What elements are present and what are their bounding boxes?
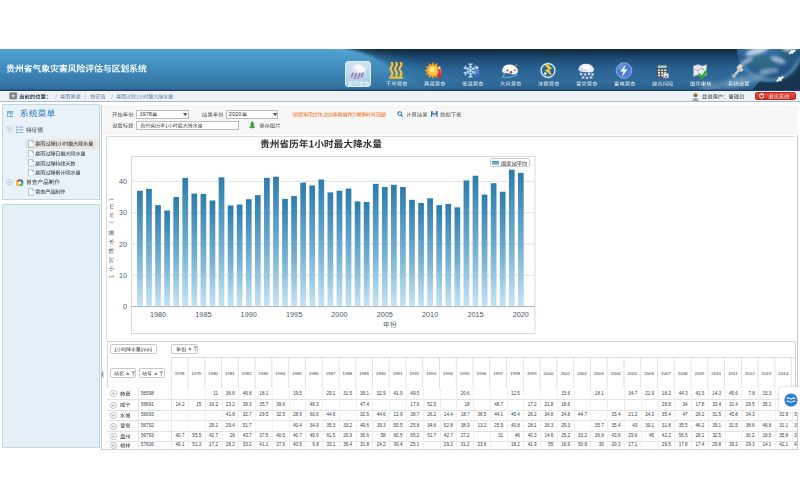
svg-text:1979: 1979 — [192, 371, 202, 376]
svg-text:2008: 2008 — [678, 371, 688, 376]
svg-text:2007: 2007 — [661, 371, 671, 376]
svg-text:1991: 1991 — [393, 371, 403, 376]
svg-text:2002: 2002 — [577, 371, 587, 376]
svg-text:2011: 2011 — [728, 371, 738, 376]
svg-text:2003: 2003 — [594, 371, 604, 376]
svg-text:2006: 2006 — [644, 371, 654, 376]
svg-text:2020: 2020 — [513, 310, 529, 319]
svg-text:1986: 1986 — [309, 371, 319, 376]
svg-text:2014: 2014 — [778, 371, 788, 376]
svg-text:1987: 1987 — [326, 371, 336, 376]
svg-text:1999: 1999 — [527, 371, 537, 376]
svg-text:2015: 2015 — [468, 310, 484, 319]
svg-text:1993: 1993 — [426, 371, 436, 376]
svg-text:2005: 2005 — [377, 310, 393, 319]
svg-text:1978: 1978 — [175, 371, 185, 376]
svg-text:2000: 2000 — [544, 371, 554, 376]
svg-text:2010: 2010 — [711, 371, 721, 376]
svg-text:2000: 2000 — [332, 310, 348, 319]
svg-text:1989: 1989 — [359, 371, 369, 376]
svg-text:1995: 1995 — [460, 371, 470, 376]
svg-text:1984: 1984 — [275, 371, 285, 376]
svg-text:1998: 1998 — [510, 371, 520, 376]
svg-text:1996: 1996 — [477, 371, 487, 376]
svg-text:1981: 1981 — [225, 371, 235, 376]
svg-text:1980: 1980 — [150, 310, 166, 319]
svg-text:1990: 1990 — [376, 371, 386, 376]
svg-text:1990: 1990 — [241, 310, 257, 319]
svg-text:1994: 1994 — [443, 371, 453, 376]
svg-text:2015: 2015 — [795, 371, 796, 376]
svg-text:1997: 1997 — [493, 371, 503, 376]
svg-text:1992: 1992 — [410, 371, 420, 376]
svg-text:2001: 2001 — [560, 371, 570, 376]
svg-text:1980: 1980 — [208, 371, 218, 376]
svg-text:2010: 2010 — [422, 310, 438, 319]
svg-text:1988: 1988 — [342, 371, 352, 376]
svg-text:2009: 2009 — [695, 371, 705, 376]
svg-text:2013: 2013 — [762, 371, 772, 376]
svg-text:2004: 2004 — [611, 371, 621, 376]
svg-text:1982: 1982 — [242, 371, 252, 376]
svg-text:1983: 1983 — [259, 371, 269, 376]
svg-text:1995: 1995 — [286, 310, 302, 319]
svg-text:1985: 1985 — [292, 371, 302, 376]
svg-text:2005: 2005 — [627, 371, 637, 376]
svg-text:2012: 2012 — [745, 371, 755, 376]
svg-text:1985: 1985 — [196, 310, 212, 319]
